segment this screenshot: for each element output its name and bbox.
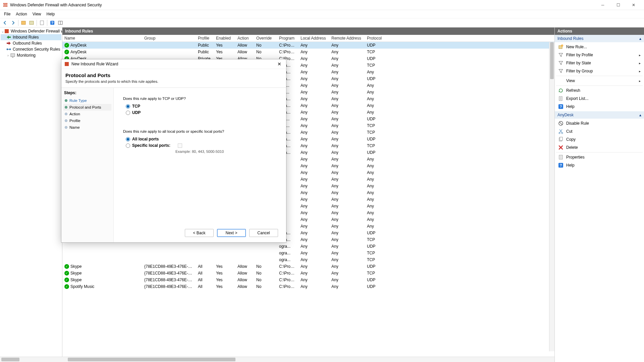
- step-bullet-icon: [65, 119, 67, 122]
- menu-file[interactable]: File: [1, 11, 13, 17]
- menu-view[interactable]: View: [30, 11, 44, 17]
- table-row[interactable]: ✓Skype{78E1CD88-49E3-476E-B926-...AllYes…: [62, 263, 554, 270]
- rule-enabled-icon: ✓: [64, 50, 69, 54]
- radio-udp[interactable]: UDP: [126, 110, 277, 115]
- col-profile[interactable]: Profile: [196, 35, 214, 42]
- toolbar-filter-icon[interactable]: [28, 19, 35, 26]
- dialog-titlebar[interactable]: New Inbound Rule Wizard ✕: [61, 59, 286, 69]
- step-bullet-icon: [65, 106, 67, 109]
- radio-specific-ports[interactable]: Specific local ports:: [126, 143, 277, 148]
- specific-ports-input[interactable]: [178, 143, 182, 148]
- copy-icon: [558, 137, 564, 142]
- svg-rect-21: [560, 137, 562, 140]
- outbound-rules-icon: [6, 41, 11, 46]
- action-copy[interactable]: Copy: [556, 135, 643, 143]
- toolbar-help-icon[interactable]: ?: [49, 19, 56, 26]
- action-view[interactable]: View▸: [556, 77, 643, 85]
- radio-udp-input[interactable]: [126, 111, 130, 115]
- table-row[interactable]: ✓Skype{78E1CD88-49E3-476E-B926-...AllYes…: [62, 270, 554, 277]
- tree-root-label: Windows Defender Firewall with: [11, 29, 62, 34]
- tree-inbound-rules[interactable]: Inbound Rules: [1, 34, 61, 40]
- col-override[interactable]: Override: [254, 35, 277, 42]
- action-properties[interactable]: Properties: [556, 153, 643, 161]
- svg-point-7: [7, 49, 8, 50]
- collapse-icon[interactable]: ▴: [639, 36, 641, 41]
- col-action[interactable]: Action: [235, 35, 254, 42]
- grid-horizontal-scrollbar[interactable]: [62, 357, 554, 362]
- cut-icon: [558, 129, 564, 134]
- rule-enabled-icon: ✓: [64, 43, 69, 48]
- tree-outbound-rules[interactable]: Outbound Rules: [1, 40, 61, 46]
- radio-all-ports[interactable]: All local ports: [126, 137, 277, 141]
- grid-header[interactable]: Name Group Profile Enabled Action Overri…: [62, 35, 554, 42]
- collapse-icon[interactable]: ▴: [639, 113, 641, 117]
- monitoring-icon: [10, 53, 15, 58]
- toolbar-panes-icon[interactable]: [57, 19, 64, 26]
- close-button[interactable]: ✕: [626, 0, 641, 10]
- radio-tcp[interactable]: TCP: [126, 104, 277, 109]
- action-filter-state[interactable]: Filter by State▸: [556, 59, 643, 67]
- action-refresh[interactable]: Refresh: [556, 86, 643, 95]
- minimize-button[interactable]: ─: [595, 0, 610, 10]
- step-bullet-icon: [65, 99, 67, 102]
- step-rule-type[interactable]: Rule Type: [63, 97, 111, 104]
- blank-icon: [558, 78, 564, 83]
- action-disable-rule[interactable]: Disable Rule: [556, 119, 643, 127]
- tree-connection-security[interactable]: Connection Security Rules: [1, 46, 61, 52]
- cancel-button[interactable]: Cancel: [249, 229, 278, 237]
- dialog-title-text: New Inbound Rule Wizard: [71, 62, 118, 66]
- table-row[interactable]: ogra...AnyAnyTCP: [62, 256, 554, 263]
- expander-icon[interactable]: ⌄: [1, 29, 4, 33]
- tree-inbound-label: Inbound Rules: [13, 35, 39, 40]
- next-button[interactable]: Next >: [217, 229, 246, 237]
- grid-vertical-scrollbar[interactable]: [549, 42, 554, 351]
- tree-monitoring[interactable]: › Monitoring: [1, 52, 61, 58]
- table-row[interactable]: ✓Spotify Music{78E1CD88-49E3-476E-B926-.…: [62, 283, 554, 290]
- svg-text:✦: ✦: [561, 45, 563, 47]
- radio-tcp-input[interactable]: [126, 104, 130, 109]
- filter-icon: [558, 68, 564, 74]
- action-help[interactable]: ?Help: [556, 103, 643, 111]
- nav-back-button[interactable]: [1, 19, 9, 26]
- expander-icon[interactable]: ›: [6, 54, 10, 57]
- firewall-icon: [64, 61, 69, 67]
- action-filter-profile[interactable]: Filter by Profile▸: [556, 51, 643, 59]
- action-delete[interactable]: Delete: [556, 143, 643, 152]
- table-row[interactable]: ogra...AnyAnyTCP: [62, 250, 554, 256]
- menu-help[interactable]: Help: [44, 11, 58, 17]
- chevron-right-icon: ▸: [639, 53, 641, 57]
- tree-horizontal-scrollbar[interactable]: [0, 357, 62, 362]
- toolbar-export-icon[interactable]: [38, 19, 46, 26]
- col-local-address[interactable]: Local Address: [299, 35, 329, 42]
- maximize-button[interactable]: ☐: [610, 0, 626, 10]
- action-filter-group[interactable]: Filter by Group▸: [556, 67, 643, 75]
- dialog-close-button[interactable]: ✕: [275, 61, 283, 67]
- help-icon: ?: [558, 163, 564, 168]
- action-cut[interactable]: Cut: [556, 127, 643, 135]
- table-row[interactable]: ✓Skype{78E1CD88-49E3-476E-B926-...AllYes…: [62, 277, 554, 283]
- step-protocol-ports[interactable]: Protocol and Ports: [63, 104, 111, 111]
- table-row[interactable]: ogra...AnyAnyUDP: [62, 243, 554, 250]
- table-row[interactable]: ✓AnyDeskPublicYesAllowNoC:\Progra...AnyA…: [62, 42, 554, 49]
- radio-specific-ports-input[interactable]: [126, 143, 130, 148]
- col-group[interactable]: Group: [142, 35, 196, 42]
- col-program[interactable]: Program: [277, 35, 299, 42]
- col-protocol[interactable]: Protocol: [365, 35, 386, 42]
- table-row[interactable]: ✓AnyDeskPublicYesAllowNoC:\Progra...AnyA…: [62, 49, 554, 55]
- nav-forward-button[interactable]: [9, 19, 17, 26]
- step-action: Action: [63, 111, 111, 117]
- action-new-rule[interactable]: ✦New Rule...: [556, 43, 643, 51]
- toolbar-new-icon[interactable]: [20, 19, 27, 26]
- tree-conn-label: Connection Security Rules: [13, 47, 60, 52]
- col-remote-address[interactable]: Remote Address: [329, 35, 365, 42]
- action-export[interactable]: Export List...: [556, 95, 643, 103]
- col-name[interactable]: Name: [62, 35, 142, 42]
- col-enabled[interactable]: Enabled: [214, 35, 235, 42]
- tree-root[interactable]: ⌄ Windows Defender Firewall with: [1, 28, 61, 34]
- rules-list-title: Inbound Rules: [62, 27, 554, 35]
- back-button[interactable]: < Back: [185, 229, 214, 237]
- scope-tree[interactable]: ⌄ Windows Defender Firewall with Inbound…: [0, 27, 62, 362]
- radio-all-ports-input[interactable]: [126, 137, 130, 141]
- menu-action[interactable]: Action: [13, 11, 30, 17]
- action-help-2[interactable]: ?Help: [556, 161, 643, 169]
